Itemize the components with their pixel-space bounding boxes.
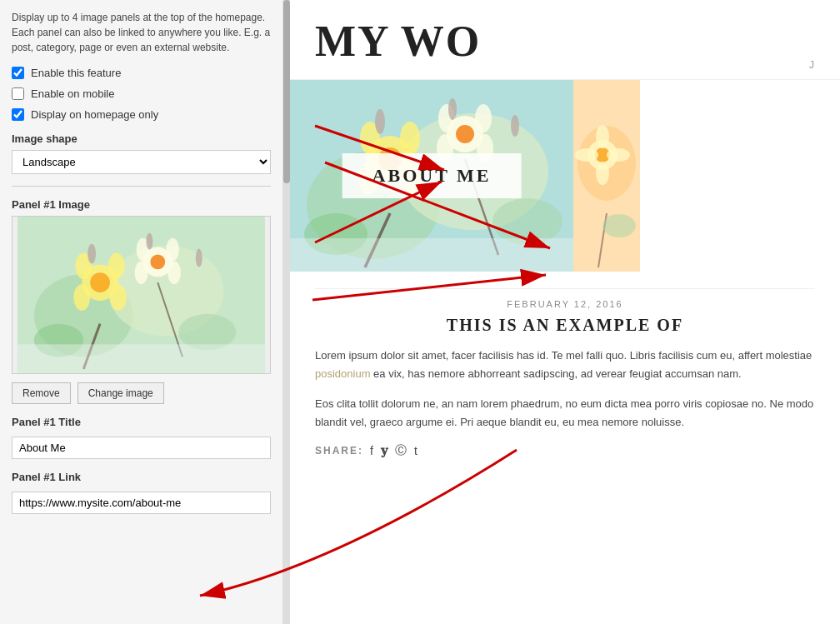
facebook-icon[interactable]: f — [370, 444, 374, 457]
svg-point-50 — [596, 125, 609, 148]
svg-point-4 — [90, 272, 110, 292]
panel-description: Display up to 4 image panels at the top … — [12, 10, 271, 55]
svg-point-43 — [448, 98, 457, 120]
svg-point-33 — [456, 125, 474, 143]
homepage-only-label[interactable]: Display on homepage only — [31, 108, 158, 121]
share-row: SHARE: f 𝕪 Ⓒ t — [315, 443, 815, 458]
post-body-1: Lorem ipsum dolor sit amet, facer facili… — [315, 347, 815, 383]
svg-point-13 — [135, 261, 148, 284]
svg-point-12 — [166, 238, 179, 262]
twitter-icon[interactable]: 𝕪 — [381, 444, 388, 458]
about-me-label: ABOUT ME — [372, 165, 492, 186]
post-title: THIS IS AN EXAMPLE OF — [315, 316, 815, 335]
homepage-only-row: Display on homepage only — [12, 108, 271, 121]
enable-feature-row: Enable this feature — [12, 67, 271, 79]
blog-post-area: FEBRUARY 12, 2016 THIS IS AN EXAMPLE OF … — [290, 272, 840, 475]
svg-point-6 — [108, 253, 125, 280]
panel-title-input[interactable] — [12, 437, 271, 459]
enable-feature-label[interactable]: Enable this feature — [31, 67, 121, 79]
panel-link-input[interactable] — [12, 492, 271, 514]
svg-point-51 — [596, 162, 609, 185]
post-date: FEBRUARY 12, 2016 — [315, 288, 815, 309]
image-shape-label: Image shape — [12, 132, 271, 145]
enable-mobile-checkbox[interactable] — [12, 87, 24, 100]
panel-flower-image — [12, 217, 270, 373]
svg-point-55 — [602, 214, 636, 237]
svg-point-35 — [475, 104, 492, 132]
svg-point-42 — [375, 109, 385, 134]
share-label: SHARE: — [315, 445, 363, 457]
enable-feature-checkbox[interactable] — [12, 67, 24, 79]
remove-button[interactable]: Remove — [12, 382, 71, 404]
svg-point-29 — [400, 122, 420, 155]
scrollbar-track[interactable] — [283, 0, 290, 624]
post-body-2: Eos clita tollit dolorum ne, an nam lore… — [315, 395, 815, 432]
panel-image-preview — [12, 216, 271, 374]
right-preview-panel: MY WO J — [290, 0, 840, 624]
svg-point-41 — [492, 198, 562, 245]
svg-rect-22 — [18, 344, 265, 373]
image-shape-select[interactable]: Landscape Portrait Square — [12, 150, 271, 174]
change-image-button[interactable]: Change image — [78, 382, 164, 404]
svg-point-53 — [607, 148, 630, 162]
image-panels-row: ABOUT ME — [290, 80, 840, 272]
enable-mobile-row: Enable on mobile — [12, 87, 271, 100]
side-flower-svg — [573, 80, 640, 272]
image-action-row: Remove Change image — [12, 382, 271, 404]
panel-link-label: Panel #1 Link — [12, 471, 271, 483]
svg-rect-45 — [290, 238, 573, 272]
main-panel-image: ABOUT ME — [290, 80, 573, 272]
svg-point-8 — [110, 284, 127, 311]
side-panel-image — [573, 80, 640, 272]
svg-point-7 — [73, 284, 90, 311]
panel-title-label: Panel #1 Title — [12, 416, 271, 428]
tumblr-icon[interactable]: t — [414, 444, 418, 457]
svg-point-52 — [575, 148, 598, 162]
enable-mobile-label[interactable]: Enable on mobile — [31, 87, 114, 100]
svg-point-10 — [150, 255, 165, 270]
svg-point-20 — [146, 233, 152, 250]
site-header: MY WO J — [290, 0, 840, 80]
panel-image-section-label: Panel #1 Image — [12, 198, 271, 211]
link-posidonium[interactable]: posidonium — [315, 367, 371, 380]
scrollbar-thumb[interactable] — [283, 0, 290, 183]
panel-label-overlay: ABOUT ME — [342, 153, 522, 198]
left-settings-panel: Display up to 4 image panels at the top … — [0, 0, 283, 624]
svg-point-21 — [196, 249, 202, 267]
pinterest-icon[interactable]: Ⓒ — [395, 443, 408, 458]
svg-point-14 — [168, 261, 181, 284]
divider — [12, 186, 271, 187]
homepage-only-checkbox[interactable] — [12, 108, 24, 121]
svg-point-19 — [88, 244, 96, 264]
svg-point-44 — [511, 115, 519, 137]
